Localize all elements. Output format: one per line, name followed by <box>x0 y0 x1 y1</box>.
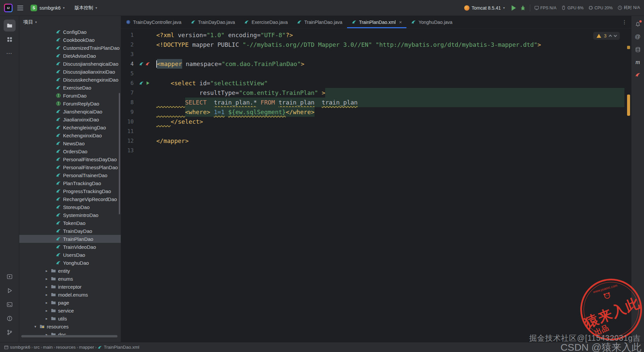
tree-item[interactable]: DietAdviseDao <box>19 52 121 60</box>
chevron-right-icon[interactable]: ▸ <box>44 277 49 281</box>
editor-tab[interactable]: TrainPlanDao.java <box>292 16 347 28</box>
ai-assistant-button[interactable]: @ <box>633 32 643 42</box>
git-tool-window-button[interactable] <box>4 326 16 338</box>
bird-red-icon[interactable] <box>145 61 151 67</box>
tree-item[interactable]: StoreupDao <box>19 203 121 211</box>
mybatis-icon <box>56 180 61 186</box>
editor-tab[interactable]: TrainPlanDao.xml× <box>347 16 407 28</box>
database-button[interactable] <box>633 44 643 54</box>
project-tool-window-button[interactable] <box>4 20 16 32</box>
tree-item[interactable]: ConfigDao <box>19 28 121 36</box>
tree-item[interactable]: JianshenqicaiDao <box>19 107 121 115</box>
chevron-right-icon[interactable]: ▸ <box>44 301 49 305</box>
tree-item-label: TrainVideoDao <box>63 244 96 250</box>
prev-problem-icon[interactable] <box>609 35 612 38</box>
chevron-down-icon[interactable]: ▾ <box>33 324 37 329</box>
tree-item[interactable]: PlanTrackingDao <box>19 179 121 187</box>
chevron-right-icon[interactable]: ▸ <box>44 285 49 289</box>
error-stripe-mark[interactable] <box>627 95 630 116</box>
tree-item[interactable]: TokenDao <box>19 219 121 227</box>
play-icon[interactable] <box>145 81 151 86</box>
tree-vertical-scrollbar[interactable] <box>119 93 120 214</box>
project-panel-header[interactable]: 项目 ▾ <box>19 16 121 28</box>
breadcrumb-item[interactable]: ssmbgnk6 <box>10 345 31 350</box>
main-menu-icon[interactable] <box>17 6 23 10</box>
tree-item[interactable]: SystemintroDao <box>19 211 121 219</box>
run-button[interactable] <box>512 5 516 11</box>
tab-close-icon[interactable]: × <box>399 20 402 25</box>
vcs-selector[interactable]: 版本控制 ▾ <box>72 4 100 12</box>
code-line: 3 <box>121 49 631 59</box>
tree-item[interactable]: KechengxinxiDao <box>19 131 121 139</box>
run-configuration-selector[interactable]: Tomcat 8.5.41 ▾ <box>462 4 508 12</box>
run-tool-window-button[interactable] <box>4 285 16 297</box>
tree-item-label: TrainDayDao <box>63 228 92 234</box>
tree-item[interactable]: CustomizedTrainPlanDao <box>19 44 121 52</box>
tree-item[interactable]: ▾resources <box>19 322 121 330</box>
tree-item[interactable]: DiscussjiaolianxinxiDao <box>19 68 121 76</box>
maven-button[interactable]: m <box>633 57 643 67</box>
tree-item[interactable]: NewsDao <box>19 139 121 147</box>
editor-tab[interactable]: YonghuDao.java <box>406 16 457 28</box>
tree-item[interactable]: CookbookDao <box>19 36 121 44</box>
tree-item[interactable]: IForumReplyDao <box>19 100 121 107</box>
tree-item[interactable]: ▸service <box>19 307 121 315</box>
breadcrumb-item[interactable]: main <box>43 345 53 350</box>
inspection-widget[interactable]: 3 <box>593 32 620 40</box>
more-tool-windows-button[interactable]: ⋯ <box>4 47 16 59</box>
tree-item[interactable]: TrainVideoDao <box>19 243 121 251</box>
tree-item[interactable]: OrdersDao <box>19 147 121 155</box>
mybatisx-plugin-button[interactable] <box>633 70 643 80</box>
tree-item[interactable]: ▸enums <box>19 275 121 283</box>
tree-item[interactable]: DiscusskechengxinxiDao <box>19 76 121 84</box>
tree-item[interactable]: RechargeVipRecordDao <box>19 195 121 203</box>
breadcrumb-item[interactable]: src <box>34 345 40 350</box>
tab-options-icon[interactable]: ⋮ <box>618 16 631 28</box>
terminal-tool-window-button[interactable] <box>4 299 16 311</box>
tree-item[interactable]: ▸model.enums <box>19 291 121 299</box>
notifications-button[interactable] <box>633 19 643 29</box>
tree-item[interactable]: DiscussjianshenqicaiDao <box>19 60 121 68</box>
tree-item[interactable]: TrainDayDao <box>19 227 121 235</box>
tree-item[interactable]: KechengleixingDao <box>19 123 121 131</box>
tree-item[interactable]: ProgressTrackingDao <box>19 187 121 195</box>
tree-item[interactable]: IForumDao <box>19 92 121 100</box>
tree-item[interactable]: PersonalTrainerDao <box>19 171 121 179</box>
breadcrumb-item[interactable]: TrainPlanDao.xml <box>98 345 139 350</box>
editor-tab[interactable]: ExerciseDao.java <box>240 16 292 28</box>
problems-tool-window-button[interactable] <box>4 313 16 324</box>
breadcrumb-item[interactable]: resources <box>56 345 76 350</box>
breadcrumb-item[interactable]: mapper <box>79 345 94 350</box>
bird-icon[interactable] <box>139 61 144 67</box>
tree-item[interactable]: ▸entity <box>19 267 121 275</box>
editor-tab[interactable]: TrainDayDao.java <box>186 16 240 28</box>
tree-horizontal-scrollbar[interactable] <box>21 335 117 337</box>
next-problem-icon[interactable] <box>614 34 617 37</box>
tree-item[interactable]: ▸utils <box>19 315 121 322</box>
mybatis-icon <box>56 260 61 265</box>
error-stripe-mark[interactable] <box>627 46 630 49</box>
chevron-right-icon[interactable]: ▸ <box>44 317 49 321</box>
code-editor[interactable]: 1<?xml version="1.0" encoding="UTF-8"?>2… <box>121 29 631 342</box>
mybatis-icon <box>56 204 61 210</box>
project-selector[interactable]: S ssmbgnk6 ▾ <box>28 3 67 13</box>
editor-tab[interactable]: CTrainDayController.java <box>121 16 186 28</box>
chevron-down-icon: ▾ <box>503 6 505 10</box>
chevron-right-icon[interactable]: ▸ <box>44 269 49 273</box>
tree-item[interactable]: PersonalFitnessPlanDao <box>19 163 121 171</box>
bird-icon[interactable] <box>139 81 144 86</box>
chevron-right-icon[interactable]: ▸ <box>44 293 49 297</box>
tree-item[interactable]: ▸page <box>19 299 121 307</box>
tree-item[interactable]: PersonalFitnessDayDao <box>19 155 121 163</box>
code-line-text: <select id="selectListView" <box>156 78 631 88</box>
tree-item[interactable]: YonghuDao <box>19 259 121 267</box>
tree-item[interactable]: JiaolianxinxiDao <box>19 115 121 123</box>
structure-tool-window-button[interactable] <box>4 34 16 45</box>
tree-item[interactable]: ▸interceptor <box>19 283 121 291</box>
tree-item[interactable]: ExerciseDao <box>19 84 121 92</box>
services-tool-window-button[interactable] <box>4 271 16 283</box>
tree-item[interactable]: UsersDao <box>19 251 121 259</box>
tree-item[interactable]: TrainPlanDao <box>19 235 121 243</box>
chevron-right-icon[interactable]: ▸ <box>44 309 49 313</box>
debug-bug-icon[interactable] <box>520 5 526 11</box>
